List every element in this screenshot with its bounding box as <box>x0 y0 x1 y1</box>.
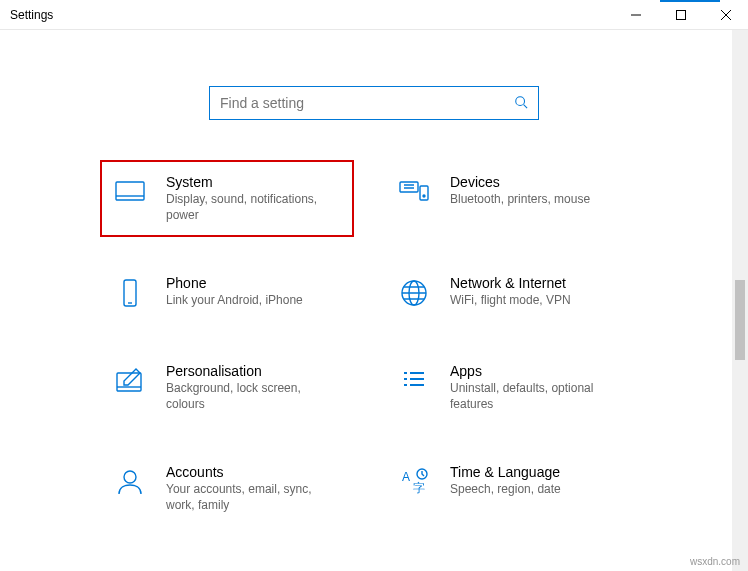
svg-text:A: A <box>402 470 410 484</box>
category-network[interactable]: Network & Internet WiFi, flight mode, VP… <box>384 261 638 325</box>
category-system[interactable]: System Display, sound, notifications, po… <box>100 160 354 237</box>
search-icon <box>514 95 528 112</box>
svg-text:字: 字 <box>413 481 425 495</box>
category-title: Accounts <box>166 464 342 480</box>
search-box[interactable] <box>209 86 539 120</box>
search-area <box>0 30 748 160</box>
devices-icon <box>396 174 432 210</box>
maximize-icon <box>676 10 686 20</box>
category-subtitle: Link your Android, iPhone <box>166 293 342 309</box>
maximize-button[interactable] <box>658 0 703 30</box>
category-title: Devices <box>450 174 626 190</box>
category-title: System <box>166 174 342 190</box>
category-phone[interactable]: Phone Link your Android, iPhone <box>100 261 354 325</box>
svg-rect-4 <box>420 186 428 200</box>
accounts-icon <box>112 464 148 500</box>
close-button[interactable] <box>703 0 748 30</box>
scrollbar-thumb[interactable] <box>735 280 745 360</box>
svg-point-10 <box>124 471 136 483</box>
category-title: Personalisation <box>166 363 342 379</box>
svg-rect-3 <box>400 182 418 192</box>
category-title: Phone <box>166 275 342 291</box>
svg-point-5 <box>423 195 425 197</box>
category-time[interactable]: A字 Time & Language Speech, region, date <box>384 450 638 527</box>
search-input[interactable] <box>220 95 514 111</box>
watermark: wsxdn.com <box>690 556 740 567</box>
window-title: Settings <box>0 8 613 22</box>
svg-rect-6 <box>124 280 136 306</box>
time-language-icon: A字 <box>396 464 432 500</box>
category-subtitle: Bluetooth, printers, mouse <box>450 192 626 208</box>
svg-point-1 <box>516 96 525 105</box>
scrollbar[interactable] <box>732 30 748 571</box>
category-apps[interactable]: Apps Uninstall, defaults, optional featu… <box>384 349 638 426</box>
minimize-button[interactable] <box>613 0 658 30</box>
minimize-icon <box>631 10 641 20</box>
personalisation-icon <box>112 363 148 399</box>
category-subtitle: Your accounts, email, sync, work, family <box>166 482 342 513</box>
window-controls <box>613 0 748 29</box>
svg-rect-0 <box>676 11 685 20</box>
category-title: Time & Language <box>450 464 626 480</box>
main-content[interactable]: System Display, sound, notifications, po… <box>0 30 748 571</box>
network-icon <box>396 275 432 311</box>
close-icon <box>721 10 731 20</box>
titlebar: Settings <box>0 0 748 30</box>
category-devices[interactable]: Devices Bluetooth, printers, mouse <box>384 160 638 237</box>
category-personalisation[interactable]: Personalisation Background, lock screen,… <box>100 349 354 426</box>
category-title: Network & Internet <box>450 275 626 291</box>
categories-grid: System Display, sound, notifications, po… <box>0 160 748 528</box>
category-title: Apps <box>450 363 626 379</box>
apps-icon <box>396 363 432 399</box>
system-icon <box>112 174 148 210</box>
svg-rect-2 <box>116 182 144 200</box>
category-subtitle: WiFi, flight mode, VPN <box>450 293 626 309</box>
category-subtitle: Uninstall, defaults, optional features <box>450 381 626 412</box>
category-subtitle: Speech, region, date <box>450 482 626 498</box>
category-subtitle: Display, sound, notifications, power <box>166 192 342 223</box>
category-accounts[interactable]: Accounts Your accounts, email, sync, wor… <box>100 450 354 527</box>
phone-icon <box>112 275 148 311</box>
category-subtitle: Background, lock screen, colours <box>166 381 342 412</box>
